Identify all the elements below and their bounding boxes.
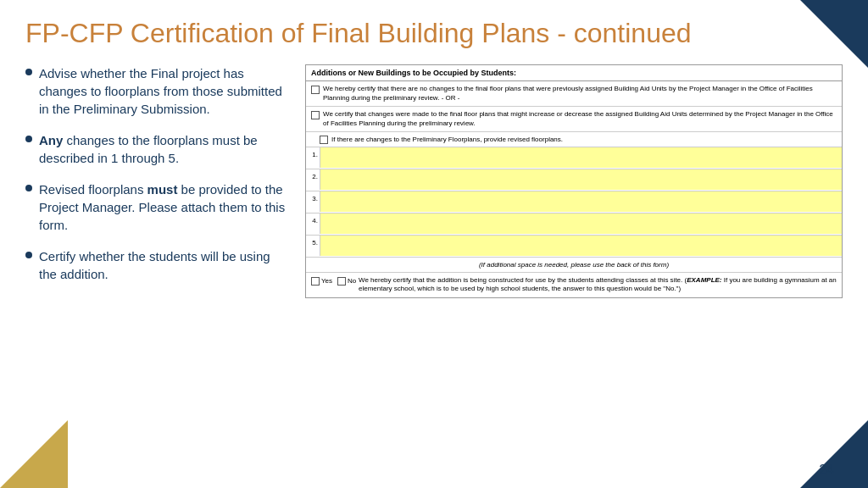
input-field-4[interactable] (320, 214, 842, 234)
checkbox-row1[interactable] (311, 86, 320, 94)
bullet-item-4: Certify whether the students will be usi… (25, 247, 288, 283)
input-row-5: 5. (306, 236, 842, 258)
form-section-header: Additions or New Buildings to be Occupie… (306, 65, 842, 81)
bullet-text-1: Advise whether the Final project has cha… (39, 64, 288, 118)
yes-label: Yes (321, 277, 332, 285)
no-item: No (337, 276, 356, 286)
form-row-2: We certify that changes were made to the… (306, 107, 842, 132)
yes-no-boxes: Yes No (311, 276, 353, 286)
page-number: 24 (819, 463, 834, 478)
form-row-1: We hereby certify that there are no chan… (306, 81, 842, 107)
slide-container: FP-CFP Certification of Final Building P… (0, 0, 868, 488)
bullet-dot-2 (25, 136, 32, 142)
bullet-item-1: Advise whether the Final project has cha… (25, 64, 288, 118)
checkbox-no[interactable] (337, 277, 346, 286)
input-field-3[interactable] (320, 191, 842, 212)
form-sub-row: If there are changes to the Preliminary … (306, 132, 842, 147)
input-row-3: 3. (306, 191, 842, 214)
input-field-5[interactable] (320, 236, 842, 256)
input-row-2: 2. (306, 169, 842, 191)
input-field-2[interactable] (320, 169, 842, 190)
form-area: Additions or New Buildings to be Occupie… (305, 64, 843, 297)
form-bottom-text: We hereby certify that the addition is b… (359, 276, 837, 294)
bullet-text-3: Revised floorplans must be provided to t… (39, 180, 288, 234)
bullet-dot-1 (25, 69, 32, 75)
input-number-2: 2. (306, 169, 320, 182)
bullet-dot-3 (25, 185, 32, 191)
checkbox-sub[interactable] (320, 136, 328, 144)
bullet-text-2: Any changes to the floorplans must be de… (39, 131, 288, 167)
form-note: (If additional space is needed, please u… (306, 258, 842, 273)
bullets-section: Advise whether the Final project has cha… (25, 64, 288, 297)
input-row-1: 1. (306, 147, 842, 169)
bullet-text-4: Certify whether the students will be usi… (39, 247, 288, 283)
yes-item: Yes (311, 276, 332, 286)
input-field-1[interactable] (320, 147, 842, 168)
form-row-1-text: We hereby certify that there are no chan… (323, 85, 837, 103)
input-number-5: 5. (306, 236, 320, 248)
form-sub-text: If there are changes to the Preliminary … (331, 136, 563, 143)
checkbox-yes[interactable] (311, 277, 320, 286)
content-area: Advise whether the Final project has cha… (25, 64, 843, 297)
input-number-1: 1. (306, 147, 320, 160)
form-row-2-text: We certify that changes were made to the… (323, 110, 837, 128)
slide-title: FP-CFP Certification of Final Building P… (25, 17, 843, 49)
no-label: No (348, 277, 356, 285)
form-bottom-row: Yes No We hereby certify that the additi… (306, 273, 842, 297)
input-grid: 1. 2. 3. 4. 5. (306, 147, 842, 258)
input-number-4: 4. (306, 214, 320, 226)
input-number-3: 3. (306, 191, 320, 204)
input-row-4: 4. (306, 214, 842, 236)
checkbox-row2[interactable] (311, 111, 320, 119)
bullet-item-2: Any changes to the floorplans must be de… (25, 131, 288, 167)
bullet-item-3: Revised floorplans must be provided to t… (25, 180, 288, 234)
bullet-dot-4 (25, 252, 32, 258)
